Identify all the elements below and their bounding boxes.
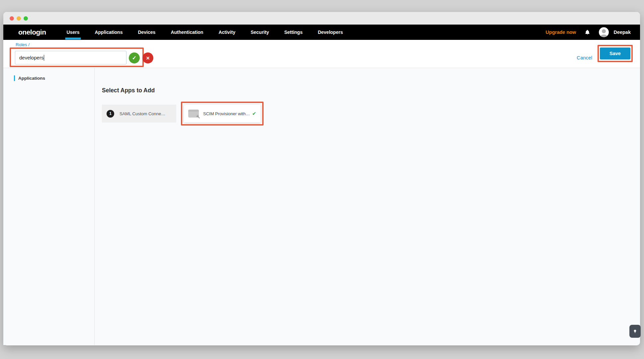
nav-item-authentication[interactable]: Authentication	[171, 30, 203, 35]
bell-icon[interactable]	[585, 29, 590, 36]
cancel-button[interactable]: Cancel	[577, 55, 592, 60]
hint-tab[interactable]	[629, 325, 641, 338]
x-icon: ✕	[146, 55, 150, 61]
nav-item-devices[interactable]: Devices	[138, 30, 155, 35]
avatar-torso-shape	[600, 35, 607, 37]
nav-item-activity[interactable]: Activity	[218, 30, 235, 35]
app-name: SAML Custom Conne…	[120, 111, 165, 116]
primary-nav: Users Applications Devices Authenticatio…	[67, 30, 343, 35]
nav-item-security[interactable]: Security	[251, 30, 269, 35]
sidebar-item-label: Applications	[18, 76, 45, 81]
highlight-box-scim-app: SCIM Provisioner with… ✔	[181, 102, 264, 126]
role-edit-toolbar: Roles / developers ✓ ✕ Cancel Save	[3, 40, 640, 68]
top-navbar: onelogin Users Applications Devices Auth…	[3, 25, 640, 40]
navbar-right: Upgrade now Deepak	[546, 27, 631, 37]
app-number-badge: 1	[107, 110, 114, 118]
nav-item-developers[interactable]: Developers	[318, 30, 343, 35]
app-card-list: 1 SAML Custom Conne… SCIM Provisioner wi…	[102, 102, 640, 126]
save-button[interactable]: Save	[600, 47, 630, 59]
traffic-lights	[10, 16, 28, 21]
breadcrumb[interactable]: Roles /	[16, 42, 30, 47]
minimize-window-button[interactable]	[17, 16, 21, 21]
confirm-rename-button[interactable]: ✓	[129, 52, 140, 63]
nav-item-users[interactable]: Users	[67, 30, 80, 35]
user-avatar[interactable]	[599, 27, 609, 37]
browser-window: onelogin Users Applications Devices Auth…	[3, 12, 640, 345]
app-card-saml-custom-connector[interactable]: 1 SAML Custom Conne…	[102, 105, 176, 123]
role-sidebar: Applications	[3, 68, 95, 345]
upgrade-now-link[interactable]: Upgrade now	[546, 30, 576, 35]
zoom-window-button[interactable]	[24, 16, 28, 21]
connector-wrench-icon	[188, 110, 199, 118]
cancel-rename-button[interactable]: ✕	[142, 52, 153, 63]
highlight-box-save: Save	[598, 45, 633, 62]
text-cursor	[44, 55, 44, 61]
window-titlebar	[3, 12, 640, 25]
sidebar-item-applications[interactable]: Applications	[3, 75, 94, 81]
nav-item-applications[interactable]: Applications	[95, 30, 122, 35]
apps-panel: Select Apps to Add 1 SAML Custom Conne… …	[95, 68, 640, 345]
page-title: Select Apps to Add	[102, 87, 640, 94]
check-icon: ✓	[132, 55, 136, 61]
app-card-scim-provisioner[interactable]: SCIM Provisioner with… ✔	[184, 105, 261, 123]
onelogin-logo: onelogin	[18, 28, 46, 36]
nav-item-settings[interactable]: Settings	[284, 30, 302, 35]
selected-check-icon: ✔	[252, 111, 256, 117]
avatar-head-shape	[602, 29, 606, 33]
user-name: Deepak	[613, 30, 631, 35]
content-area: Applications Select Apps to Add 1 SAML C…	[3, 68, 640, 345]
close-window-button[interactable]	[10, 16, 14, 21]
role-name-value: developers	[19, 55, 43, 60]
lightbulb-icon	[633, 329, 637, 334]
active-indicator	[14, 75, 15, 81]
app-name: SCIM Provisioner with…	[203, 111, 250, 116]
role-name-input[interactable]: developers	[15, 51, 126, 64]
